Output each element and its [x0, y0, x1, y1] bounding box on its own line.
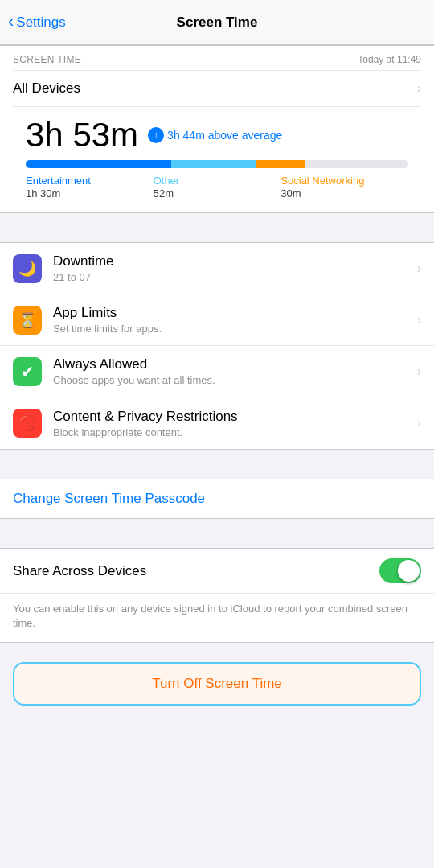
usage-time: 3h 53m	[26, 118, 138, 152]
always-allowed-title: Always Allowed	[53, 356, 417, 372]
app-limits-icon: ⏳	[13, 306, 42, 335]
bar-social	[256, 160, 305, 168]
content-privacy-title: Content & Privacy Restrictions	[53, 409, 417, 425]
change-passcode-link[interactable]: Change Screen Time Passcode	[13, 491, 205, 506]
entertainment-duration: 1h 30m	[26, 187, 154, 200]
screen-time-section: SCREEN TIME Today at 11:49 All Devices ›…	[0, 45, 434, 213]
gap-divider-1	[0, 213, 434, 242]
chevron-right-icon: ›	[417, 416, 421, 430]
share-description: You can enable this on any device signed…	[0, 594, 434, 642]
chevron-left-icon: ‹	[8, 13, 14, 31]
section-label: SCREEN TIME	[13, 54, 81, 65]
bar-label-social: Social Networking 30m	[280, 175, 408, 200]
bar-label-entertainment: Entertainment 1h 30m	[26, 175, 154, 200]
bar-other	[171, 160, 256, 168]
downtime-text: Downtime 21 to 07	[53, 253, 417, 283]
all-devices-row[interactable]: All Devices ›	[13, 70, 421, 106]
entertainment-category: Entertainment	[26, 175, 154, 187]
toggle-knob	[398, 560, 420, 582]
downtime-subtitle: 21 to 07	[53, 271, 417, 283]
chevron-right-icon: ›	[417, 81, 421, 96]
passcode-section: Change Screen Time Passcode	[0, 479, 434, 519]
social-category: Social Networking	[280, 175, 408, 187]
always-allowed-icon: ✔	[13, 357, 42, 386]
share-toggle[interactable]	[379, 558, 421, 583]
content-privacy-icon: 🚫	[13, 409, 42, 438]
usage-section: 3h 53m 3h 44m above average Entertainmen…	[13, 106, 421, 212]
other-category: Other	[154, 175, 281, 187]
page-title: Screen Time	[177, 14, 258, 31]
settings-item-app-limits[interactable]: ⏳ App Limits Set time limits for apps. ›	[0, 294, 434, 346]
usage-time-row: 3h 53m 3h 44m above average	[26, 118, 408, 152]
settings-item-downtime[interactable]: 🌙 Downtime 21 to 07 ›	[0, 243, 434, 294]
app-limits-text: App Limits Set time limits for apps.	[53, 305, 417, 335]
chevron-right-icon: ›	[417, 364, 421, 379]
bar-label-other: Other 52m	[154, 175, 281, 200]
share-label: Share Across Devices	[13, 563, 146, 579]
chevron-right-icon: ›	[417, 313, 421, 327]
above-average-label: 3h 44m above average	[148, 127, 282, 143]
back-button[interactable]: ‹ Settings	[8, 14, 66, 31]
all-devices-label: All Devices	[13, 80, 80, 97]
always-allowed-text: Always Allowed Choose apps you want at a…	[53, 356, 417, 386]
content-privacy-subtitle: Block inappropriate content.	[53, 426, 417, 438]
back-label: Settings	[16, 14, 65, 31]
arrow-up-icon	[148, 127, 164, 143]
settings-item-always-allowed[interactable]: ✔ Always Allowed Choose apps you want at…	[0, 346, 434, 397]
downtime-icon: 🌙	[13, 254, 42, 283]
share-row: Share Across Devices	[0, 549, 434, 594]
app-limits-subtitle: Set time limits for apps.	[53, 323, 417, 335]
section-label-row: SCREEN TIME Today at 11:49	[13, 46, 421, 70]
nav-bar: ‹ Settings Screen Time	[0, 0, 434, 45]
bar-rest	[305, 160, 408, 168]
share-section: Share Across Devices You can enable this…	[0, 548, 434, 643]
turn-off-section: Turn Off Screen Time	[13, 662, 421, 706]
downtime-title: Downtime	[53, 253, 417, 269]
chevron-right-icon: ›	[417, 261, 421, 276]
other-duration: 52m	[154, 187, 281, 200]
usage-progress-bar	[26, 160, 408, 168]
above-average-text: 3h 44m above average	[167, 129, 282, 142]
settings-group: 🌙 Downtime 21 to 07 › ⏳ App Limits Set t…	[0, 242, 434, 450]
bar-entertainment	[26, 160, 171, 168]
turn-off-button[interactable]: Turn Off Screen Time	[13, 662, 421, 706]
always-allowed-subtitle: Choose apps you want at all times.	[53, 374, 417, 386]
app-limits-title: App Limits	[53, 305, 417, 321]
content-privacy-text: Content & Privacy Restrictions Block ina…	[53, 409, 417, 438]
bar-labels: Entertainment 1h 30m Other 52m Social Ne…	[26, 175, 408, 200]
social-duration: 30m	[280, 187, 408, 200]
today-time-label: Today at 11:49	[358, 54, 421, 65]
settings-item-content-privacy[interactable]: 🚫 Content & Privacy Restrictions Block i…	[0, 397, 434, 449]
